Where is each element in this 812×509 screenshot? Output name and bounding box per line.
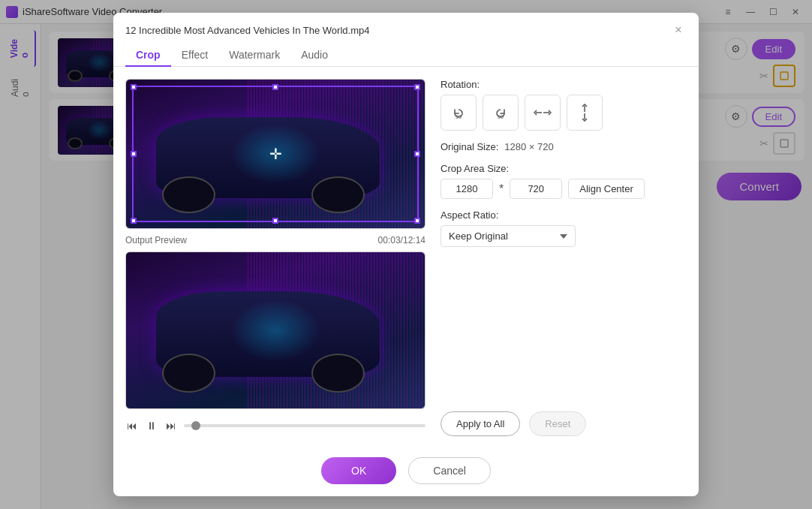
crop-width-input[interactable] [441,179,493,199]
tab-watermark-label: Watermark [229,49,280,61]
svg-text:90: 90 [456,114,462,119]
crop-handle-tr[interactable] [414,84,420,90]
dialog-body: ✛ Output Preview 00:03/12:14 [113,67,699,448]
rewind-button[interactable]: ⏮ [125,418,139,433]
crop-handle-tl[interactable] [131,84,137,90]
progress-bar[interactable] [184,424,426,427]
crop-handle-tm[interactable] [272,84,278,90]
dialog-title: 12 Incredible Most Advanced Vehicles In … [125,25,369,36]
aspect-ratio-group: Aspect Ratio: Keep Original 16:9 4:3 1:1… [441,209,687,247]
preview-label-row: Output Preview 00:03/12:14 [125,235,426,245]
original-size-label: Original Size: [441,141,498,152]
dialog-titlebar: 12 Incredible Most Advanced Vehicles In … [113,13,699,38]
crop-area-group: Crop Area Size: * Align Center [441,163,687,199]
crop-size-row: * Align Center [441,179,687,199]
dialog-tabs: Crop Effect Watermark Audio [113,38,699,67]
player-controls: ⏮ ⏸ ⏭ [125,415,426,436]
crop-crosshair: ✛ [269,145,282,163]
aspect-ratio-select[interactable]: Keep Original 16:9 4:3 1:1 9:16 [441,225,576,247]
align-center-button[interactable]: Align Center [568,179,645,199]
video-art-bottom [126,252,425,408]
aspect-ratio-label: Aspect Ratio: [441,209,687,221]
tab-crop[interactable]: Crop [125,44,171,67]
rotation-row: 90 90 [441,95,687,131]
preview-panel: ✛ Output Preview 00:03/12:14 [125,79,426,436]
progress-thumb[interactable] [191,421,200,430]
tab-audio[interactable]: Audio [290,44,338,67]
flip-vertical-button[interactable] [567,95,603,131]
apply-to-all-button[interactable]: Apply to All [441,411,520,436]
crop-separator: * [499,183,504,195]
rotation-group: Rotation: 90 [441,79,687,131]
crop-handle-mr[interactable] [414,151,420,157]
crop-height-input[interactable] [510,179,562,199]
svg-text:90: 90 [498,114,504,119]
bottom-preview [125,251,426,409]
action-row: Apply to All Reset [441,411,687,436]
output-preview-label: Output Preview [125,235,187,245]
reset-button[interactable]: Reset [529,411,586,436]
dialog-footer: OK Cancel [113,448,699,496]
top-preview: ✛ [125,79,426,229]
rotation-label: Rotation: [441,79,687,90]
crop-handle-bm[interactable] [272,218,278,224]
crop-area-label: Crop Area Size: [441,163,687,174]
dialog-overlay: 12 Incredible Most Advanced Vehicles In … [0,0,812,509]
crop-handle-bl[interactable] [131,218,137,224]
dialog-close-button[interactable]: × [670,22,687,38]
rotate-left-button[interactable]: 90 [441,95,477,131]
spacer [441,258,687,395]
tab-effect[interactable]: Effect [171,44,219,67]
tab-audio-label: Audio [301,49,328,61]
controls-panel: Rotation: 90 [441,79,687,436]
tab-effect-label: Effect [182,49,209,61]
forward-button[interactable]: ⏭ [164,418,178,433]
rotate-right-button[interactable]: 90 [483,95,519,131]
crop-handle-ml[interactable] [131,151,137,157]
original-size-value: 1280 × 720 [504,141,553,152]
tab-watermark[interactable]: Watermark [218,44,290,67]
original-size-row: Original Size: 1280 × 720 [441,141,687,152]
tab-crop-label: Crop [136,49,161,61]
ok-button[interactable]: OK [321,457,396,484]
crop-dialog: 12 Incredible Most Advanced Vehicles In … [113,13,699,496]
timestamp-label: 00:03/12:14 [378,235,426,245]
pause-button[interactable]: ⏸ [145,418,158,433]
flip-horizontal-button[interactable] [525,95,561,131]
crop-selection[interactable]: ✛ [132,86,419,222]
cancel-button[interactable]: Cancel [408,457,491,484]
crop-handle-br[interactable] [414,218,420,224]
